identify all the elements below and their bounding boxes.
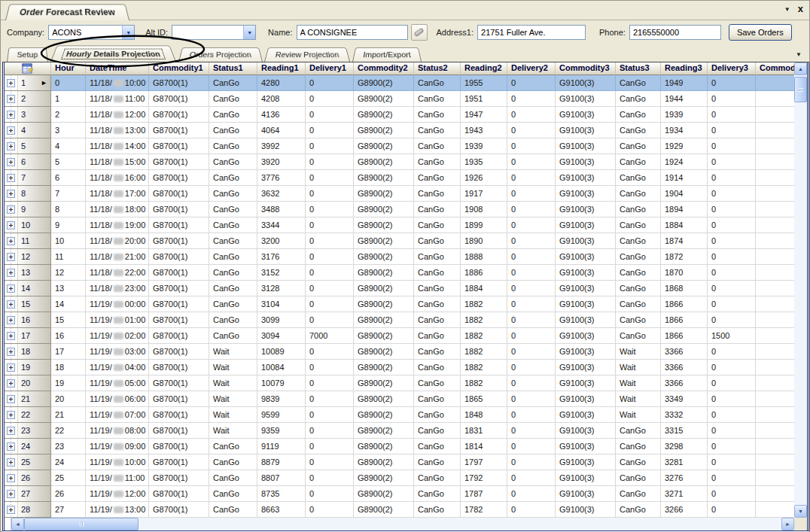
row-number[interactable]: 25 xyxy=(17,454,50,470)
table-row[interactable]: 10911/18/19:00G8700(1)CanGo33440G8900(2)… xyxy=(5,217,794,233)
cell-status2[interactable]: CanGo xyxy=(414,281,461,296)
window-title-tab[interactable]: Order Forecast Review xyxy=(5,5,129,20)
cell-datetime[interactable]: 11/19/03:00 xyxy=(86,344,149,360)
cell-commodity4[interactable] xyxy=(756,123,794,138)
cell-commodity3[interactable]: G9100(3) xyxy=(556,107,616,123)
table-row[interactable]: 4311/18/13:00G8700(1)CanGo40640G8900(2)C… xyxy=(5,123,794,138)
cell-status3[interactable]: CanGo xyxy=(616,217,661,233)
expand-icon[interactable] xyxy=(7,95,15,103)
tab-hourly-details-projection[interactable]: Hourly Details Projection xyxy=(50,45,176,62)
cell-status2[interactable]: CanGo xyxy=(414,454,461,470)
column-header-delivery1[interactable]: Delivery1 xyxy=(306,62,354,75)
cell-datetime[interactable]: 11/19/13:00 xyxy=(86,502,149,518)
cell-delivery3[interactable]: 0 xyxy=(708,138,756,154)
cell-reading2[interactable]: 1917 xyxy=(461,186,507,202)
cell-reading3[interactable]: 1934 xyxy=(661,123,708,138)
cell-status2[interactable]: CanGo xyxy=(414,138,461,154)
row-number[interactable]: 17 xyxy=(17,328,50,343)
phone-input[interactable] xyxy=(630,26,720,39)
cell-commodity1[interactable]: G8700(1) xyxy=(149,360,209,375)
cell-commodity1[interactable]: G8700(1) xyxy=(149,233,209,249)
cell-status3[interactable]: Wait xyxy=(616,375,661,391)
cell-delivery1[interactable]: 0 xyxy=(306,186,354,202)
vertical-scroll-thumb[interactable] xyxy=(794,77,807,102)
cell-commodity1[interactable]: G8700(1) xyxy=(149,138,209,154)
cell-reading2[interactable]: 1782 xyxy=(461,502,507,518)
cell-commodity4[interactable] xyxy=(756,344,794,360)
cell-delivery2[interactable]: 0 xyxy=(507,123,556,138)
cell-reading1[interactable]: 3099 xyxy=(257,312,306,328)
table-row[interactable]: 171611/19/02:00G8700(1)CanGo30947000G890… xyxy=(5,328,794,344)
cell-status1[interactable]: CanGo xyxy=(209,486,257,502)
cell-status2[interactable]: CanGo xyxy=(414,423,461,439)
cell-commodity2[interactable]: G8900(2) xyxy=(354,439,414,454)
cell-status3[interactable]: CanGo xyxy=(616,470,661,486)
cell-reading3[interactable]: 3281 xyxy=(661,454,708,470)
cell-reading3[interactable]: 3349 xyxy=(661,391,708,407)
cell-commodity2[interactable]: G8900(2) xyxy=(354,249,414,265)
cell-status2[interactable]: CanGo xyxy=(414,249,461,265)
cell-hour[interactable]: 17 xyxy=(51,344,86,360)
row-number[interactable]: 13 xyxy=(17,265,50,280)
cell-delivery1[interactable]: 0 xyxy=(306,249,354,265)
cell-delivery3[interactable]: 0 xyxy=(708,454,756,470)
cell-delivery1[interactable]: 0 xyxy=(306,202,354,217)
cell-status3[interactable]: CanGo xyxy=(616,75,661,91)
altid-input[interactable] xyxy=(172,26,243,39)
cell-commodity3[interactable]: G9100(3) xyxy=(556,281,616,296)
cell-commodity3[interactable]: G9100(3) xyxy=(556,123,616,138)
cell-datetime[interactable]: 11/18/14:00 xyxy=(86,138,149,154)
cell-status3[interactable]: CanGo xyxy=(616,138,661,154)
expand-icon[interactable] xyxy=(7,221,15,230)
expand-icon[interactable] xyxy=(7,237,15,245)
cell-reading2[interactable]: 1939 xyxy=(461,138,507,154)
cell-commodity2[interactable]: G8900(2) xyxy=(354,486,414,502)
cell-delivery1[interactable]: 0 xyxy=(306,123,354,138)
cell-datetime[interactable]: 11/19/07:00 xyxy=(86,407,149,423)
cell-hour[interactable]: 1 xyxy=(51,91,86,107)
cell-status3[interactable]: CanGo xyxy=(616,439,661,454)
cell-reading2[interactable]: 1882 xyxy=(461,375,507,391)
cell-delivery1[interactable]: 0 xyxy=(306,296,354,312)
row-number[interactable]: 16 xyxy=(17,312,50,327)
row-number[interactable]: 6 xyxy=(17,154,50,169)
cell-delivery3[interactable]: 0 xyxy=(708,312,756,328)
cell-reading1[interactable]: 8879 xyxy=(257,454,306,470)
column-header-commodity4[interactable]: Commod xyxy=(756,62,794,75)
cell-status3[interactable]: CanGo xyxy=(616,233,661,249)
cell-hour[interactable]: 18 xyxy=(51,360,86,375)
cell-reading1[interactable]: 3920 xyxy=(257,154,306,170)
cell-reading3[interactable]: 1866 xyxy=(661,296,708,312)
cell-datetime[interactable]: 11/19/08:00 xyxy=(86,423,149,439)
column-header-delivery2[interactable]: Delivery2 xyxy=(507,62,556,75)
cell-commodity4[interactable] xyxy=(756,217,794,233)
cell-status1[interactable]: CanGo xyxy=(209,328,257,344)
cell-delivery2[interactable]: 0 xyxy=(507,107,556,123)
grid-corner-cell[interactable] xyxy=(5,62,51,75)
table-row[interactable]: 242311/19/09:00G8700(1)CanGo91190G8900(2… xyxy=(5,439,794,454)
cell-status1[interactable]: CanGo xyxy=(209,439,257,454)
cell-datetime[interactable]: 11/18/11:00 xyxy=(86,91,149,107)
cell-datetime[interactable]: 11/19/09:00 xyxy=(86,439,149,454)
window-menu-icon[interactable]: ▼ xyxy=(784,6,790,13)
clear-name-button[interactable] xyxy=(411,24,428,41)
cell-commodity1[interactable]: G8700(1) xyxy=(149,328,209,344)
row-number[interactable]: 19 xyxy=(17,360,50,375)
cell-hour[interactable]: 9 xyxy=(51,217,86,233)
table-row[interactable]: 252411/19/10:00G8700(1)CanGo88790G8900(2… xyxy=(5,454,794,470)
expand-icon[interactable] xyxy=(7,395,15,403)
cell-commodity1[interactable]: G8700(1) xyxy=(149,470,209,486)
cell-commodity3[interactable]: G9100(3) xyxy=(556,486,616,502)
cell-status1[interactable]: CanGo xyxy=(209,233,257,249)
cell-delivery2[interactable]: 0 xyxy=(507,281,556,296)
address1-field[interactable] xyxy=(477,25,586,40)
cell-commodity2[interactable]: G8900(2) xyxy=(354,296,414,312)
row-header[interactable]: 6 xyxy=(5,154,51,170)
cell-commodity3[interactable]: G9100(3) xyxy=(556,249,616,265)
cell-reading2[interactable]: 1947 xyxy=(461,107,507,123)
cell-datetime[interactable]: 11/18/17:00 xyxy=(86,186,149,202)
cell-status2[interactable]: CanGo xyxy=(414,470,461,486)
cell-commodity4[interactable] xyxy=(756,312,794,328)
cell-reading1[interactable]: 3992 xyxy=(257,138,306,154)
cell-delivery3[interactable]: 0 xyxy=(708,217,756,233)
